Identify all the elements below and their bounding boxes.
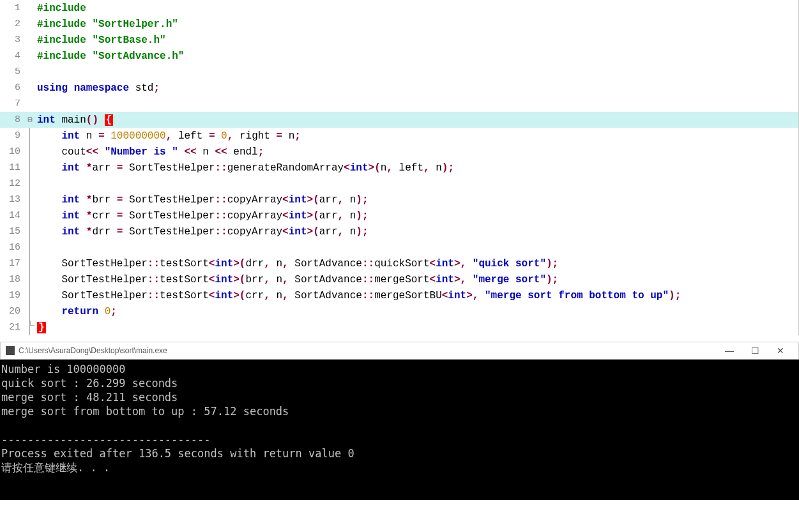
line-number: 11 [0, 162, 26, 173]
fold-gutter [29, 255, 34, 271]
fold-gutter [29, 144, 34, 160]
code-content[interactable]: } [34, 322, 798, 333]
fold-gutter [29, 224, 34, 239]
code-content[interactable]: SortTestHelper::testSort<int>(brr, n, So… [34, 274, 798, 285]
fold-gutter: ∟ [29, 319, 34, 335]
code-line[interactable]: 1#include [0, 0, 798, 16]
line-number: 9 [0, 130, 26, 141]
code-line[interactable]: 16 [0, 239, 798, 255]
code-content[interactable]: using namespace std; [34, 82, 798, 94]
code-line[interactable]: 13 int *brr = SortTestHelper::copyArray<… [0, 192, 798, 208]
code-content[interactable]: #include "SortBase.h" [34, 34, 798, 46]
code-line[interactable]: 4#include "SortAdvance.h" [0, 48, 798, 64]
line-number: 10 [0, 146, 26, 157]
line-number: 5 [0, 66, 26, 77]
code-line[interactable]: 11 int *arr = SortTestHelper::generateRa… [0, 160, 798, 176]
minimize-button[interactable]: — [717, 346, 742, 356]
code-line[interactable]: 14 int *crr = SortTestHelper::copyArray<… [0, 208, 798, 224]
code-line[interactable]: 12 [0, 176, 798, 192]
code-line[interactable]: 19 SortTestHelper::testSort<int>(crr, n,… [0, 287, 798, 303]
fold-gutter [29, 160, 34, 176]
line-number: 1 [0, 3, 26, 13]
line-number: 16 [0, 242, 26, 253]
fold-gutter [29, 239, 34, 255]
code-content[interactable]: return 0; [34, 306, 798, 317]
code-line[interactable]: 3#include "SortBase.h" [0, 32, 798, 48]
code-line[interactable]: 6using namespace std; [0, 80, 798, 96]
line-number: 18 [0, 274, 26, 285]
line-number: 2 [0, 19, 26, 29]
line-number: 13 [0, 194, 26, 205]
code-line[interactable]: 8⊟int main() { [0, 112, 798, 128]
fold-gutter [29, 287, 34, 303]
fold-gutter [29, 192, 34, 208]
line-number: 20 [0, 306, 26, 317]
code-line[interactable]: 21∟} [0, 319, 798, 335]
line-number: 21 [0, 322, 26, 333]
line-number: 12 [0, 178, 26, 189]
fold-gutter [29, 303, 34, 319]
line-number: 4 [0, 50, 26, 61]
console-output[interactable]: Number is 100000000 quick sort : 26.299 … [0, 360, 799, 500]
code-line[interactable]: 20 return 0; [0, 303, 798, 319]
code-content[interactable]: int *arr = SortTestHelper::generateRando… [34, 162, 798, 174]
line-number: 6 [0, 82, 26, 93]
maximize-button[interactable]: ☐ [742, 346, 768, 356]
code-content[interactable]: cout<< "Number is " << n << endl; [34, 146, 798, 158]
fold-gutter [29, 271, 34, 287]
line-number: 7 [0, 98, 26, 109]
console-titlebar[interactable]: C:\Users\AsuraDong\Desktop\sort\main.exe… [0, 342, 799, 360]
code-line[interactable]: 5 [0, 64, 798, 80]
code-line[interactable]: 9 int n = 100000000, left = 0, right = n… [0, 128, 798, 144]
fold-gutter[interactable]: ⊟ [26, 115, 34, 125]
console-title: C:\Users\AsuraDong\Desktop\sort\main.exe [19, 346, 167, 355]
line-number: 15 [0, 226, 26, 237]
code-content[interactable]: int *brr = SortTestHelper::copyArray<int… [34, 194, 798, 206]
code-line[interactable]: 18 SortTestHelper::testSort<int>(brr, n,… [0, 271, 798, 287]
code-content[interactable]: SortTestHelper::testSort<int>(crr, n, So… [34, 290, 798, 301]
code-line[interactable]: 10 cout<< "Number is " << n << endl; [0, 144, 798, 160]
code-editor[interactable]: 1#include 2#include "SortHelper.h"3#incl… [0, 0, 799, 335]
code-content[interactable]: int main() { [34, 114, 798, 126]
code-content[interactable]: #include "SortHelper.h" [34, 19, 798, 30]
app-icon [6, 346, 15, 355]
fold-gutter [29, 128, 34, 144]
close-button[interactable]: ✕ [768, 346, 793, 356]
fold-gutter [29, 208, 34, 224]
code-content[interactable]: int *drr = SortTestHelper::copyArray<int… [34, 226, 798, 238]
code-content[interactable]: #include [34, 3, 798, 14]
line-number: 14 [0, 210, 26, 221]
code-line[interactable]: 2#include "SortHelper.h" [0, 16, 798, 32]
code-content[interactable]: int *crr = SortTestHelper::copyArray<int… [34, 210, 798, 222]
code-content[interactable]: #include "SortAdvance.h" [34, 50, 798, 62]
line-number: 19 [0, 290, 26, 301]
line-number: 3 [0, 34, 26, 45]
code-content[interactable]: int n = 100000000, left = 0, right = n; [34, 130, 798, 142]
line-number: 17 [0, 258, 26, 269]
console-window: C:\Users\AsuraDong\Desktop\sort\main.exe… [0, 342, 799, 500]
code-line[interactable]: 15 int *drr = SortTestHelper::copyArray<… [0, 224, 798, 239]
code-line[interactable]: 17 SortTestHelper::testSort<int>(drr, n,… [0, 255, 798, 271]
fold-gutter [29, 176, 34, 192]
code-line[interactable]: 7 [0, 96, 798, 112]
line-number: 8 [0, 114, 26, 125]
code-content[interactable]: SortTestHelper::testSort<int>(drr, n, So… [34, 258, 798, 270]
